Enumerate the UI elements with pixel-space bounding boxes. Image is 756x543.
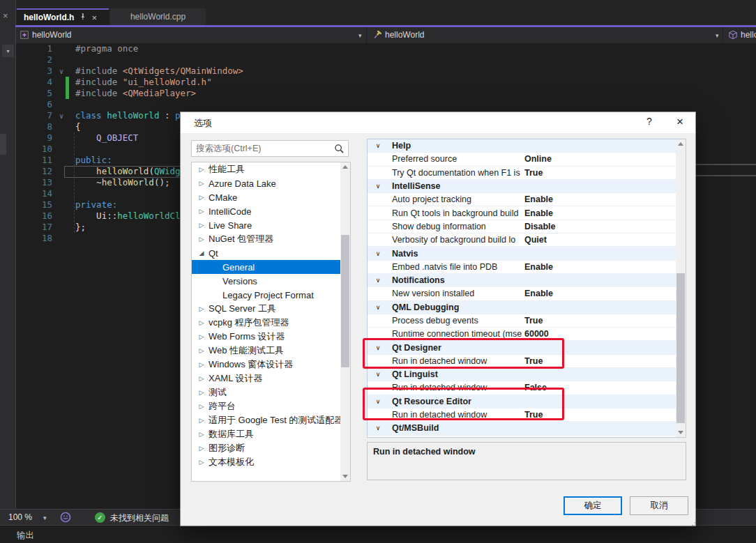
tree-item[interactable]: ▷数据库工具 — [192, 427, 341, 441]
property-group-row[interactable]: ∨Qt/MSBuild — [368, 422, 677, 435]
tree-item[interactable]: ▷跨平台 — [192, 399, 341, 413]
tree-item[interactable]: General — [192, 260, 341, 274]
chevron-down-icon[interactable]: ▾ — [716, 32, 719, 39]
tree-item[interactable]: ▷Windows 窗体设计器 — [192, 358, 341, 372]
rail-scrollbar-thumb[interactable] — [0, 134, 6, 155]
fold-chevron-icon[interactable]: ∨ — [52, 111, 70, 122]
tree-item[interactable]: ▷NuGet 包管理器 — [192, 232, 341, 246]
close-icon[interactable]: × — [3, 11, 8, 20]
chevron-collapsed-icon[interactable]: ▷ — [197, 319, 206, 326]
chevron-collapsed-icon[interactable]: ▷ — [197, 333, 206, 340]
property-name: Preferred source — [392, 154, 523, 164]
tree-item[interactable]: ▷文本模板化 — [192, 455, 341, 469]
chevron-collapsed-icon[interactable]: ▷ — [197, 347, 206, 354]
tab-helloworld-cpp[interactable]: helloWorld.cpp — [110, 8, 206, 25]
resize-grip[interactable] — [689, 519, 696, 526]
property-row[interactable]: Preferred sourceOnline — [368, 153, 677, 166]
pin-icon[interactable] — [80, 13, 86, 22]
chevron-down-icon[interactable]: ∨ — [373, 425, 383, 431]
navbar-project-dropdown[interactable]: helloWorld — [32, 30, 71, 40]
tree-scrollbar[interactable] — [340, 162, 350, 481]
tree-item[interactable]: ▷Live Share — [192, 218, 341, 232]
chevron-collapsed-icon[interactable]: ▷ — [197, 166, 206, 173]
chevron-collapsed-icon[interactable]: ▷ — [197, 361, 206, 368]
ok-button[interactable]: 确定 — [564, 496, 622, 515]
grid-scrollbar-thumb[interactable] — [676, 273, 685, 423]
property-group-row[interactable]: ∨IntelliSense — [368, 180, 677, 193]
chevron-down-icon[interactable]: ▾ — [358, 32, 362, 39]
close-icon[interactable]: × — [91, 13, 97, 23]
scroll-up-icon[interactable] — [678, 142, 683, 146]
tab-helloworld-h[interactable]: helloWorld.h × — [17, 8, 109, 25]
output-panel-label[interactable]: 输出 — [17, 530, 34, 542]
property-row[interactable]: Try Qt documentation when F1 isTrue — [368, 167, 677, 180]
chevron-collapsed-icon[interactable]: ▷ — [197, 431, 206, 438]
tree-item[interactable]: Legacy Project Format — [192, 288, 341, 302]
property-row[interactable]: Verbosity of background build loQuiet — [368, 234, 677, 247]
scroll-down-icon[interactable] — [342, 475, 348, 478]
scroll-up-icon[interactable] — [342, 165, 348, 169]
chevron-collapsed-icon[interactable]: ▷ — [197, 459, 206, 466]
tree-scrollbar-thumb[interactable] — [341, 235, 349, 367]
navbar-member-dropdown[interactable]: helloWorld — [741, 30, 756, 40]
property-group-row[interactable]: ∨Help — [368, 139, 677, 153]
property-row[interactable]: New version installedEnable — [368, 287, 677, 300]
property-row[interactable]: Run Qt tools in background buildEnable — [368, 206, 677, 220]
chevron-down-icon[interactable]: ∨ — [373, 183, 383, 190]
chevron-collapsed-icon[interactable]: ▷ — [197, 194, 206, 201]
chevron-expanded-icon[interactable]: ◢ — [197, 250, 206, 257]
chevron-collapsed-icon[interactable]: ▷ — [197, 403, 206, 410]
cancel-button[interactable]: 取消 — [630, 496, 688, 515]
tree-item[interactable]: ▷Web 性能测试工具 — [192, 344, 341, 358]
chevron-collapsed-icon[interactable]: ▷ — [197, 445, 206, 452]
dialog-title-bar[interactable]: 选项 ? × — [181, 112, 695, 133]
chevron-collapsed-icon[interactable]: ▷ — [197, 305, 206, 312]
property-group-row[interactable]: ∨Qt Linguist — [368, 368, 677, 381]
tree-item[interactable]: ▷性能工具 — [192, 162, 341, 176]
tree-item[interactable]: ▷SQL Server 工具 — [192, 302, 341, 316]
property-row[interactable]: Process debug eventsTrue — [368, 314, 677, 328]
chevron-down-icon[interactable]: ∨ — [373, 142, 383, 149]
chevron-collapsed-icon[interactable]: ▷ — [197, 417, 206, 424]
chevron-collapsed-icon[interactable]: ▷ — [197, 236, 206, 243]
property-group-row[interactable]: ∨QML Debugging — [368, 301, 677, 314]
chevron-down-icon[interactable]: ▾ — [43, 514, 47, 521]
property-group-row[interactable]: ∨Natvis — [368, 247, 677, 260]
tree-item[interactable]: ▷测试 — [192, 385, 341, 399]
scroll-down-icon[interactable] — [678, 431, 683, 434]
tree-item[interactable]: ▷适用于 Google Test 的测试适配器 — [192, 413, 341, 427]
grid-scrollbar[interactable] — [676, 139, 686, 437]
tree-item[interactable]: ▷CMake — [192, 190, 341, 204]
search-input[interactable] — [192, 141, 348, 156]
fold-chevron-icon[interactable]: ∨ — [52, 66, 70, 77]
tree-item[interactable]: ▷Web Forms 设计器 — [192, 330, 341, 344]
property-row[interactable]: Auto project trackingEnable — [368, 193, 677, 206]
property-row[interactable] — [368, 436, 677, 438]
close-button[interactable]: × — [670, 115, 690, 129]
chevron-collapsed-icon[interactable]: ▷ — [197, 208, 206, 215]
chevron-down-icon[interactable]: ∨ — [373, 304, 383, 311]
tree-item[interactable]: ▷vcpkg 程序包管理器 — [192, 316, 341, 330]
tree-item[interactable]: Versions — [192, 274, 341, 288]
chevron-down-icon[interactable]: ∨ — [373, 371, 383, 378]
chevron-down-icon[interactable]: ∨ — [373, 277, 383, 284]
tree-item[interactable]: ▷IntelliCode — [192, 204, 341, 218]
zoom-level-dropdown[interactable]: 100 % — [8, 512, 32, 522]
tree-item[interactable]: ▷XAML 设计器 — [192, 372, 341, 385]
chevron-collapsed-icon[interactable]: ▷ — [197, 389, 206, 396]
property-row[interactable]: Embed .natvis file into PDBEnable — [368, 261, 677, 274]
tree-item[interactable]: ▷图形诊断 — [192, 441, 341, 455]
property-group-row[interactable]: ∨Notifications — [368, 274, 677, 287]
tree-item[interactable]: ▷Azure Data Lake — [192, 176, 341, 190]
tree-item[interactable]: ◢Qt — [192, 246, 341, 260]
vs-window: × ▾ helloWorld.h × helloWorld.cpp helloW… — [0, 0, 756, 543]
chevron-collapsed-icon[interactable]: ▷ — [197, 180, 206, 187]
chevron-collapsed-icon[interactable]: ▷ — [197, 375, 206, 382]
navbar-class-dropdown[interactable]: helloWorld — [385, 30, 424, 40]
feedback-icon[interactable] — [60, 512, 71, 523]
help-button[interactable]: ? — [641, 116, 658, 130]
chevron-collapsed-icon[interactable]: ▷ — [197, 222, 206, 229]
chevron-down-icon[interactable]: ∨ — [373, 250, 383, 257]
rail-dropdown[interactable]: ▾ — [2, 45, 14, 57]
property-row[interactable]: Show debug informationDisable — [368, 220, 677, 234]
